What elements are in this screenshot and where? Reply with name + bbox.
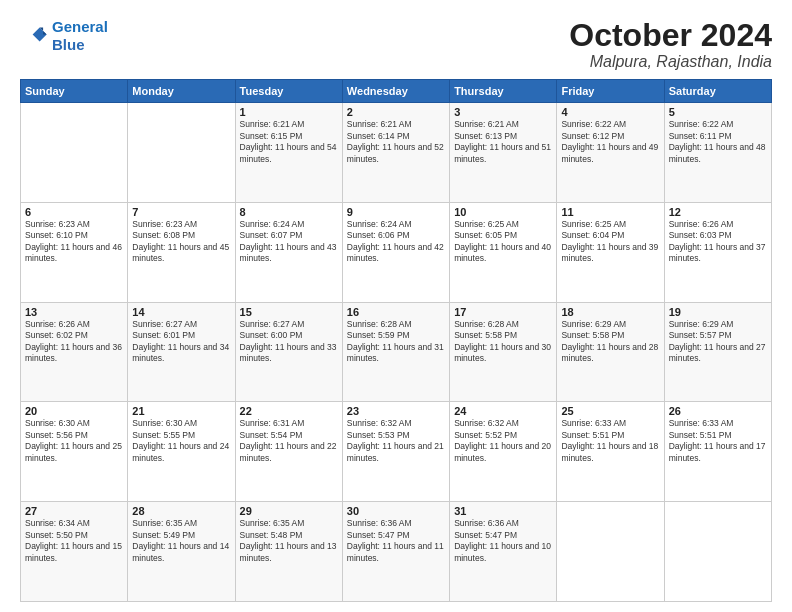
- calendar-cell: 3Sunrise: 6:21 AM Sunset: 6:13 PM Daylig…: [450, 103, 557, 203]
- day-number: 12: [669, 206, 767, 218]
- calendar-week-row: 13Sunrise: 6:26 AM Sunset: 6:02 PM Dayli…: [21, 302, 772, 402]
- calendar-cell: 10Sunrise: 6:25 AM Sunset: 6:05 PM Dayli…: [450, 202, 557, 302]
- day-number: 23: [347, 405, 445, 417]
- day-number: 17: [454, 306, 552, 318]
- calendar-cell: 5Sunrise: 6:22 AM Sunset: 6:11 PM Daylig…: [664, 103, 771, 203]
- calendar-cell: 9Sunrise: 6:24 AM Sunset: 6:06 PM Daylig…: [342, 202, 449, 302]
- day-number: 18: [561, 306, 659, 318]
- weekday-header: Thursday: [450, 80, 557, 103]
- calendar-week-row: 27Sunrise: 6:34 AM Sunset: 5:50 PM Dayli…: [21, 502, 772, 602]
- day-info: Sunrise: 6:25 AM Sunset: 6:05 PM Dayligh…: [454, 219, 552, 265]
- day-info: Sunrise: 6:21 AM Sunset: 6:15 PM Dayligh…: [240, 119, 338, 165]
- calendar-cell: 4Sunrise: 6:22 AM Sunset: 6:12 PM Daylig…: [557, 103, 664, 203]
- calendar-cell: 11Sunrise: 6:25 AM Sunset: 6:04 PM Dayli…: [557, 202, 664, 302]
- day-info: Sunrise: 6:22 AM Sunset: 6:11 PM Dayligh…: [669, 119, 767, 165]
- day-info: Sunrise: 6:22 AM Sunset: 6:12 PM Dayligh…: [561, 119, 659, 165]
- calendar-cell: 12Sunrise: 6:26 AM Sunset: 6:03 PM Dayli…: [664, 202, 771, 302]
- calendar-cell: 21Sunrise: 6:30 AM Sunset: 5:55 PM Dayli…: [128, 402, 235, 502]
- day-number: 7: [132, 206, 230, 218]
- calendar-cell: 18Sunrise: 6:29 AM Sunset: 5:58 PM Dayli…: [557, 302, 664, 402]
- day-info: Sunrise: 6:35 AM Sunset: 5:48 PM Dayligh…: [240, 518, 338, 564]
- calendar-cell: 15Sunrise: 6:27 AM Sunset: 6:00 PM Dayli…: [235, 302, 342, 402]
- calendar-cell: 20Sunrise: 6:30 AM Sunset: 5:56 PM Dayli…: [21, 402, 128, 502]
- weekday-header: Sunday: [21, 80, 128, 103]
- day-info: Sunrise: 6:26 AM Sunset: 6:03 PM Dayligh…: [669, 219, 767, 265]
- day-number: 21: [132, 405, 230, 417]
- day-info: Sunrise: 6:23 AM Sunset: 6:08 PM Dayligh…: [132, 219, 230, 265]
- day-info: Sunrise: 6:36 AM Sunset: 5:47 PM Dayligh…: [347, 518, 445, 564]
- location-title: Malpura, Rajasthan, India: [569, 53, 772, 71]
- day-info: Sunrise: 6:33 AM Sunset: 5:51 PM Dayligh…: [669, 418, 767, 464]
- day-number: 8: [240, 206, 338, 218]
- day-number: 13: [25, 306, 123, 318]
- calendar-week-row: 20Sunrise: 6:30 AM Sunset: 5:56 PM Dayli…: [21, 402, 772, 502]
- day-info: Sunrise: 6:21 AM Sunset: 6:14 PM Dayligh…: [347, 119, 445, 165]
- day-info: Sunrise: 6:30 AM Sunset: 5:55 PM Dayligh…: [132, 418, 230, 464]
- weekday-header: Wednesday: [342, 80, 449, 103]
- calendar-cell: [21, 103, 128, 203]
- day-info: Sunrise: 6:30 AM Sunset: 5:56 PM Dayligh…: [25, 418, 123, 464]
- calendar-cell: 16Sunrise: 6:28 AM Sunset: 5:59 PM Dayli…: [342, 302, 449, 402]
- day-number: 16: [347, 306, 445, 318]
- logo-line2: Blue: [52, 36, 85, 53]
- header: General Blue October 2024 Malpura, Rajas…: [20, 18, 772, 71]
- day-number: 22: [240, 405, 338, 417]
- calendar-week-row: 1Sunrise: 6:21 AM Sunset: 6:15 PM Daylig…: [21, 103, 772, 203]
- calendar-cell: 29Sunrise: 6:35 AM Sunset: 5:48 PM Dayli…: [235, 502, 342, 602]
- day-number: 30: [347, 505, 445, 517]
- logo-icon: [20, 22, 48, 50]
- calendar-cell: 1Sunrise: 6:21 AM Sunset: 6:15 PM Daylig…: [235, 103, 342, 203]
- weekday-header: Monday: [128, 80, 235, 103]
- day-info: Sunrise: 6:29 AM Sunset: 5:58 PM Dayligh…: [561, 319, 659, 365]
- calendar-cell: 26Sunrise: 6:33 AM Sunset: 5:51 PM Dayli…: [664, 402, 771, 502]
- day-info: Sunrise: 6:33 AM Sunset: 5:51 PM Dayligh…: [561, 418, 659, 464]
- day-number: 6: [25, 206, 123, 218]
- day-info: Sunrise: 6:24 AM Sunset: 6:06 PM Dayligh…: [347, 219, 445, 265]
- day-number: 10: [454, 206, 552, 218]
- calendar-cell: 7Sunrise: 6:23 AM Sunset: 6:08 PM Daylig…: [128, 202, 235, 302]
- calendar-cell: [557, 502, 664, 602]
- day-number: 11: [561, 206, 659, 218]
- day-number: 31: [454, 505, 552, 517]
- weekday-header: Saturday: [664, 80, 771, 103]
- day-info: Sunrise: 6:28 AM Sunset: 5:58 PM Dayligh…: [454, 319, 552, 365]
- calendar-cell: 25Sunrise: 6:33 AM Sunset: 5:51 PM Dayli…: [557, 402, 664, 502]
- day-info: Sunrise: 6:34 AM Sunset: 5:50 PM Dayligh…: [25, 518, 123, 564]
- day-info: Sunrise: 6:25 AM Sunset: 6:04 PM Dayligh…: [561, 219, 659, 265]
- day-info: Sunrise: 6:26 AM Sunset: 6:02 PM Dayligh…: [25, 319, 123, 365]
- day-number: 19: [669, 306, 767, 318]
- calendar-cell: 17Sunrise: 6:28 AM Sunset: 5:58 PM Dayli…: [450, 302, 557, 402]
- calendar-cell: 28Sunrise: 6:35 AM Sunset: 5:49 PM Dayli…: [128, 502, 235, 602]
- day-number: 2: [347, 106, 445, 118]
- day-number: 1: [240, 106, 338, 118]
- day-number: 9: [347, 206, 445, 218]
- day-number: 4: [561, 106, 659, 118]
- logo-line1: General: [52, 18, 108, 35]
- day-number: 27: [25, 505, 123, 517]
- day-number: 28: [132, 505, 230, 517]
- day-info: Sunrise: 6:21 AM Sunset: 6:13 PM Dayligh…: [454, 119, 552, 165]
- day-info: Sunrise: 6:27 AM Sunset: 6:01 PM Dayligh…: [132, 319, 230, 365]
- day-info: Sunrise: 6:29 AM Sunset: 5:57 PM Dayligh…: [669, 319, 767, 365]
- day-info: Sunrise: 6:32 AM Sunset: 5:53 PM Dayligh…: [347, 418, 445, 464]
- day-info: Sunrise: 6:23 AM Sunset: 6:10 PM Dayligh…: [25, 219, 123, 265]
- day-info: Sunrise: 6:32 AM Sunset: 5:52 PM Dayligh…: [454, 418, 552, 464]
- calendar-cell: 8Sunrise: 6:24 AM Sunset: 6:07 PM Daylig…: [235, 202, 342, 302]
- logo-text: General Blue: [52, 18, 108, 54]
- calendar-cell: 23Sunrise: 6:32 AM Sunset: 5:53 PM Dayli…: [342, 402, 449, 502]
- day-number: 26: [669, 405, 767, 417]
- day-info: Sunrise: 6:35 AM Sunset: 5:49 PM Dayligh…: [132, 518, 230, 564]
- day-info: Sunrise: 6:28 AM Sunset: 5:59 PM Dayligh…: [347, 319, 445, 365]
- day-number: 25: [561, 405, 659, 417]
- day-number: 15: [240, 306, 338, 318]
- day-number: 29: [240, 505, 338, 517]
- day-info: Sunrise: 6:36 AM Sunset: 5:47 PM Dayligh…: [454, 518, 552, 564]
- calendar-cell: 30Sunrise: 6:36 AM Sunset: 5:47 PM Dayli…: [342, 502, 449, 602]
- calendar-cell: 6Sunrise: 6:23 AM Sunset: 6:10 PM Daylig…: [21, 202, 128, 302]
- day-info: Sunrise: 6:31 AM Sunset: 5:54 PM Dayligh…: [240, 418, 338, 464]
- calendar-week-row: 6Sunrise: 6:23 AM Sunset: 6:10 PM Daylig…: [21, 202, 772, 302]
- day-number: 5: [669, 106, 767, 118]
- calendar-cell: 14Sunrise: 6:27 AM Sunset: 6:01 PM Dayli…: [128, 302, 235, 402]
- calendar-cell: 31Sunrise: 6:36 AM Sunset: 5:47 PM Dayli…: [450, 502, 557, 602]
- title-block: October 2024 Malpura, Rajasthan, India: [569, 18, 772, 71]
